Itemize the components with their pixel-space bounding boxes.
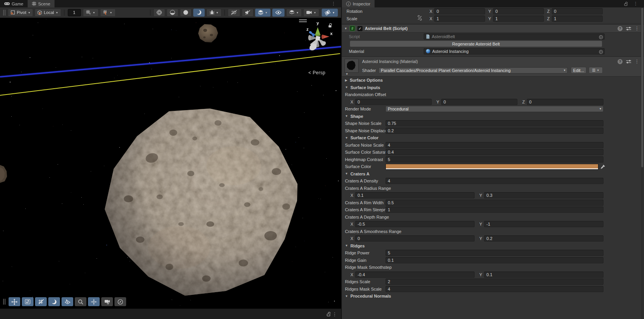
x-axis-label[interactable]: X	[429, 9, 432, 14]
material-object-field[interactable]: Asteroid Instancing	[424, 48, 605, 54]
float-field-y[interactable]: 0.1	[484, 272, 604, 278]
float-field-x[interactable]: 0	[355, 99, 431, 105]
y-axis-label[interactable]: Y	[479, 193, 482, 198]
grid-snap-button[interactable]: ▼	[100, 9, 116, 17]
eyedropper-icon[interactable]	[600, 164, 605, 169]
float-field-shape-noise-displacement[interactable]: 0.2	[385, 128, 604, 134]
link-broken-icon[interactable]	[417, 15, 422, 21]
toolbar-drag-handle[interactable]	[3, 10, 5, 16]
z-axis-label[interactable]: Z	[547, 16, 550, 21]
overlay-settings-button[interactable]	[22, 297, 33, 306]
gizmo-y-axis-cone[interactable]	[315, 27, 320, 35]
material-menu-icon[interactable]: ⋮	[635, 59, 639, 64]
handle-orientation-button[interactable]: Local ▼	[35, 9, 61, 17]
scale-x-field[interactable]: 1	[434, 16, 485, 22]
float-field-ridge-power[interactable]: 5	[385, 250, 604, 256]
asteroid-small-render[interactable]	[197, 23, 220, 44]
asteroid-belt-component-header[interactable]: ▼ # ✓ Asteroid Belt (Script) ? ⋮	[342, 24, 644, 33]
grid-size-field[interactable]: 1	[68, 9, 81, 16]
regenerate-asteroid-belt-button[interactable]: Regenerate Asteroid Belt	[350, 40, 602, 47]
asteroid-edge-render[interactable]	[0, 164, 8, 184]
object-picker-icon[interactable]	[599, 35, 603, 39]
foldout-open-icon[interactable]: ▼	[344, 27, 347, 30]
grid-axis-button[interactable]: Y ▼	[83, 9, 99, 17]
section-foldout-surface-inputs[interactable]: ▼Surface Inputs	[342, 84, 644, 91]
shader-edit-button[interactable]: Edit...	[571, 67, 586, 74]
dropdown-render-mode[interactable]: Procedural▾	[385, 106, 604, 112]
float-field-craters-a-rim-width[interactable]: 0.5	[385, 200, 604, 206]
tab-game[interactable]: Game	[0, 0, 28, 7]
shader-menu-button[interactable]: ☰▼	[589, 67, 603, 74]
section-foldout-shape[interactable]: ▼Shape	[342, 113, 644, 120]
material-preview-thumbnail[interactable]	[345, 59, 359, 73]
asteroid-render[interactable]	[93, 96, 311, 308]
section-foldout-surface-options[interactable]: ▶Surface Options	[342, 77, 644, 84]
z-axis-label[interactable]: Z	[547, 9, 550, 14]
help-icon[interactable]: ?	[618, 26, 623, 31]
tab-inspector[interactable]: i Inspector	[342, 0, 375, 7]
x-axis-label[interactable]: X	[350, 100, 353, 104]
y-axis-label[interactable]: Y	[488, 9, 491, 14]
gizmos-toggle-button[interactable]: ▼	[322, 9, 338, 17]
shading-shaded-wire-button[interactable]	[167, 9, 178, 17]
float-field-ridge-gain[interactable]: 0.1	[385, 257, 604, 263]
float-field-heightmap-contrast[interactable]: 5	[385, 156, 604, 163]
section-foldout-procedural-normals[interactable]: ▼Procedural Normals	[342, 293, 644, 300]
float-field-z[interactable]: 0	[527, 99, 604, 105]
scale-z-field[interactable]: 1	[552, 16, 603, 22]
y-axis-label[interactable]: Y	[436, 100, 439, 104]
rotation-x-field[interactable]: 0	[434, 8, 485, 14]
audio-muted-toggle-button[interactable]	[242, 9, 253, 17]
float-field-craters-a-density[interactable]: 4	[385, 178, 604, 184]
float-field-ridges-mask-scale[interactable]: 4	[385, 286, 604, 292]
overlay-drag-handle[interactable]	[299, 19, 307, 23]
presets-icon[interactable]	[626, 60, 631, 64]
float-field-x[interactable]: -0.5	[355, 221, 475, 227]
2d-view-toggle-button[interactable]: 2D	[228, 9, 240, 17]
rotation-label[interactable]: Rotation	[347, 9, 429, 14]
x-axis-label[interactable]: X	[350, 272, 353, 277]
search-button[interactable]	[75, 297, 86, 306]
float-field-x[interactable]: 0.1	[355, 192, 475, 198]
section-foldout-surface-color[interactable]: ▼Surface Color	[342, 134, 644, 142]
scale-y-field[interactable]: 1	[493, 16, 544, 22]
float-field-x[interactable]: -0.4	[355, 272, 475, 278]
debug-draw-mode-button[interactable]: ▼	[206, 9, 222, 17]
component-menu-icon[interactable]: ⋮	[635, 26, 639, 31]
move-tool-button[interactable]	[9, 297, 20, 306]
float-field-y[interactable]: 0.3	[484, 192, 604, 198]
perspective-label[interactable]: < Persp	[308, 70, 326, 75]
x-axis-label[interactable]: X	[350, 193, 353, 198]
scene-panel-menu-icon[interactable]: ⋮	[330, 0, 337, 7]
shader-dropdown[interactable]: Parallel Cascades/Procedural Planet Gene…	[378, 67, 568, 74]
section-foldout-ridges[interactable]: ▼Ridges	[342, 242, 644, 250]
inspector-lock-icon[interactable]	[624, 2, 628, 6]
inspector-menu-icon[interactable]: ⋮	[632, 1, 639, 6]
section-foldout-craters-a[interactable]: ▼Craters A	[342, 170, 644, 178]
grid-visibility-button[interactable]	[35, 297, 47, 306]
float-field-surface-color-saturation[interactable]: 0.4	[385, 149, 604, 155]
float-field-surface-noise-scale[interactable]: 4	[385, 142, 604, 148]
z-axis-label[interactable]: Z	[522, 100, 525, 104]
camera-settings-button[interactable]: ▼	[303, 9, 319, 17]
scrollbar-thumb[interactable]	[641, 8, 643, 167]
shading-shaded-button[interactable]	[180, 9, 192, 17]
float-field-shape-noise-scale[interactable]: 0.75	[385, 120, 604, 126]
layers-visibility-button[interactable]: ▼	[286, 9, 302, 17]
footer-menu-icon[interactable]: ⋮	[331, 311, 339, 317]
object-picker-icon[interactable]	[599, 50, 603, 54]
x-axis-label[interactable]: X	[429, 16, 432, 21]
y-axis-label[interactable]: Y	[488, 16, 491, 21]
float-field-y[interactable]: 0.2	[484, 235, 604, 242]
shading-wireframe-button[interactable]	[153, 9, 165, 17]
help-icon[interactable]: ?	[618, 59, 623, 64]
scene-visibility-button[interactable]	[272, 9, 285, 17]
float-field-craters-a-rim-steepness[interactable]: 1	[385, 207, 604, 213]
color-field-surface-color[interactable]	[385, 164, 598, 170]
viewport-lock-icon[interactable]	[328, 23, 333, 28]
rotation-y-field[interactable]: 0	[493, 8, 544, 14]
pivot-mode-button[interactable]: Pivot ▼	[8, 9, 33, 17]
rotation-z-field[interactable]: 0	[552, 8, 603, 14]
float-field-y[interactable]: 0	[441, 99, 517, 105]
inspector-scrollbar[interactable]	[641, 7, 644, 319]
